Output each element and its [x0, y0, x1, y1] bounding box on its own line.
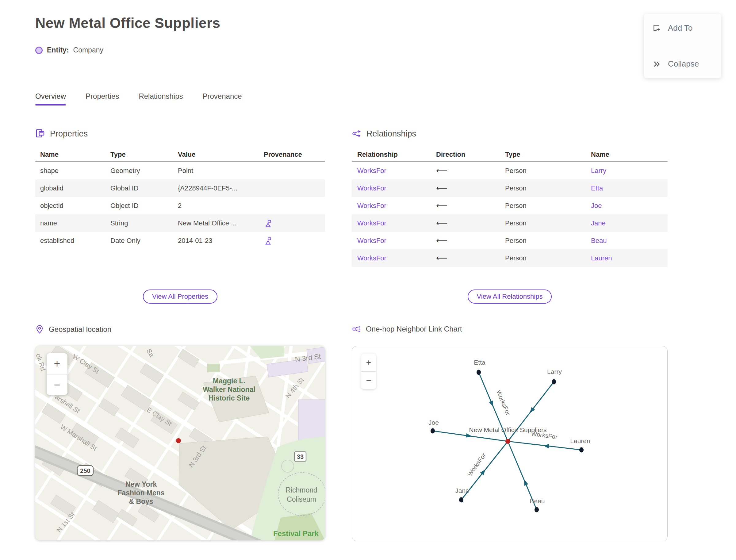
entity-link[interactable]: Jane: [591, 219, 668, 227]
table-row: established Date Only 2014-01-23: [35, 232, 325, 249]
col-direction: Direction: [436, 151, 505, 159]
property-type: Date Only: [110, 237, 178, 245]
col-relationship: Relationship: [357, 151, 436, 159]
entity-location-marker[interactable]: [176, 438, 181, 443]
table-row: WorksFor ⟵ Person Lauren: [352, 249, 668, 267]
table-row: WorksFor ⟵ Person Etta: [352, 179, 668, 197]
table-row: name String New Metal Office ...: [35, 214, 325, 232]
add-to-button[interactable]: Add To: [653, 23, 713, 33]
svg-text:Lauren: Lauren: [570, 437, 590, 444]
graph-nodes: [431, 370, 584, 512]
graph-node-center[interactable]: [505, 439, 510, 444]
svg-text:Jane: Jane: [455, 487, 469, 494]
table-row: globalid Global ID {A228944F-0EF5-...: [35, 179, 325, 197]
svg-text:& Boys: & Boys: [129, 497, 153, 505]
properties-table: Name Type Value Provenance shape Geometr…: [35, 148, 325, 249]
svg-text:Etta: Etta: [474, 359, 485, 366]
graph-node-beau[interactable]: [535, 507, 539, 512]
property-name: established: [40, 237, 110, 245]
graph-node-lauren[interactable]: [579, 447, 584, 453]
entity-link[interactable]: Joe: [591, 202, 668, 210]
relationship-link[interactable]: WorksFor: [357, 202, 436, 210]
table-row: objectid Object ID 2: [35, 197, 325, 214]
tab-properties[interactable]: Properties: [86, 92, 119, 105]
provenance-flag-icon[interactable]: [264, 219, 272, 228]
provenance-flag-icon[interactable]: [264, 236, 272, 245]
properties-section-header: Properties: [35, 129, 88, 139]
add-to-label: Add To: [668, 23, 692, 33]
tab-provenance[interactable]: Provenance: [203, 92, 242, 105]
relationship-link[interactable]: WorksFor: [357, 237, 436, 245]
entity-link[interactable]: Lauren: [591, 254, 668, 262]
relationship-link[interactable]: WorksFor: [357, 184, 436, 192]
properties-icon: [35, 129, 45, 139]
col-type: Type: [505, 151, 591, 159]
view-all-relationships-button[interactable]: View All Relationships: [468, 290, 552, 304]
relationship-type: Person: [505, 167, 591, 175]
entity-label: Entity:: [47, 46, 69, 54]
add-to-icon: [653, 24, 661, 33]
relationships-icon: [352, 129, 362, 139]
relationship-type: Person: [505, 202, 591, 210]
svg-text:Festival Park: Festival Park: [273, 529, 319, 538]
graph-node-joe[interactable]: [431, 428, 435, 434]
relationships-table-body: WorksFor ⟵ Person Larry WorksFor ⟵ Perso…: [352, 162, 668, 267]
direction-arrow-icon: ⟵: [436, 166, 505, 175]
map-zoom-control: + −: [47, 353, 67, 395]
table-row: shape Geometry Point: [35, 162, 325, 179]
direction-arrow-icon: ⟵: [436, 183, 505, 193]
property-name: objectid: [40, 202, 110, 210]
entity-circle-icon: [35, 47, 43, 54]
relationship-link[interactable]: WorksFor: [357, 167, 436, 175]
geospatial-section-header: Geospatial location: [35, 324, 111, 334]
relationship-link[interactable]: WorksFor: [357, 254, 436, 262]
link-chart-section-title: One-hop Neighbor Link Chart: [366, 325, 462, 333]
tab-relationships[interactable]: Relationships: [139, 92, 183, 105]
link-chart-canvas[interactable]: WorksFor WorksFor WorksFor Etta Larry Jo…: [352, 346, 668, 541]
map-zoom-in-button[interactable]: +: [47, 353, 67, 374]
graph-node-etta[interactable]: [477, 370, 481, 375]
col-name: Name: [591, 151, 668, 159]
properties-table-header: Name Type Value Provenance: [35, 148, 325, 162]
double-chevron-right-icon: [653, 60, 661, 68]
entity-link[interactable]: Beau: [591, 237, 668, 245]
link-chart-panel: WorksFor WorksFor WorksFor Etta Larry Jo…: [352, 346, 668, 541]
relationship-link[interactable]: WorksFor: [357, 219, 436, 227]
entity-overview-page: New Metal Office Suppliers Entity: Compa…: [0, 0, 736, 560]
tab-bar: Overview Properties Relationships Proven…: [35, 92, 242, 105]
svg-text:Historic Site: Historic Site: [209, 394, 250, 402]
entity-link[interactable]: Etta: [591, 184, 668, 192]
map-canvas[interactable]: 250 33 W Clay St ok Rd arshall St W Mars…: [35, 346, 325, 540]
actions-panel: Add To Collapse: [644, 14, 721, 78]
collapse-label: Collapse: [668, 59, 699, 69]
table-row: WorksFor ⟵ Person Beau: [352, 232, 668, 249]
map-zoom-out-button[interactable]: −: [47, 374, 67, 395]
entity-type-row: Entity: Company: [35, 46, 103, 54]
property-value: {A228944F-0EF5-...: [178, 184, 264, 192]
map-panel: 250 33 W Clay St ok Rd arshall St W Mars…: [35, 346, 325, 540]
tab-overview[interactable]: Overview: [35, 92, 66, 105]
collapse-button[interactable]: Collapse: [653, 59, 713, 69]
entity-link[interactable]: Larry: [591, 167, 668, 175]
chart-zoom-in-button[interactable]: +: [361, 354, 376, 371]
property-value: 2: [178, 202, 264, 210]
svg-text:New Metal Office Suppliers: New Metal Office Suppliers: [469, 426, 547, 433]
svg-text:Coliseum: Coliseum: [287, 495, 316, 503]
graph-node-jane[interactable]: [459, 497, 463, 503]
chart-zoom-out-button[interactable]: −: [361, 371, 376, 389]
route-shield-250: 250: [77, 466, 93, 476]
property-name: globalid: [40, 184, 110, 192]
svg-text:WorksFor: WorksFor: [495, 389, 512, 416]
svg-text:WorksFor: WorksFor: [466, 452, 487, 477]
view-all-properties-button[interactable]: View All Properties: [143, 290, 217, 304]
property-type: Geometry: [110, 167, 178, 175]
route-shield-33: 33: [294, 452, 306, 461]
table-row: WorksFor ⟵ Person Jane: [352, 214, 668, 232]
relationships-table: Relationship Direction Type Name WorksFo…: [352, 148, 668, 267]
col-type: Type: [110, 151, 178, 159]
properties-table-body: shape Geometry Point globalid Global ID …: [35, 162, 325, 249]
relationship-type: Person: [505, 219, 591, 227]
geospatial-section-title: Geospatial location: [49, 325, 111, 334]
relationships-table-header: Relationship Direction Type Name: [352, 148, 668, 162]
graph-node-larry[interactable]: [552, 379, 556, 385]
